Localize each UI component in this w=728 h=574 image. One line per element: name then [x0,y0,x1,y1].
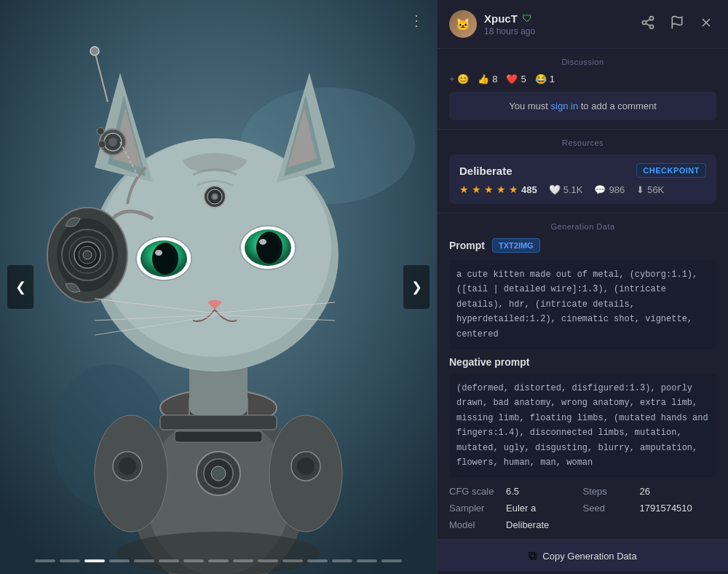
cfg-scale-key: CFG scale [449,486,500,497]
svg-point-52 [155,250,162,256]
params-grid: CFG scale 6.5 Steps 26 Sampler Euler a S… [449,486,716,530]
cfg-scale-val: 6.5 [506,486,519,497]
svg-point-51 [153,244,175,273]
prompt-row: Prompt TXT2IMG [449,238,716,253]
dot-14[interactable] [357,559,377,562]
reaction-heart[interactable]: ❤️ 5 [506,74,526,84]
username: XpucT [484,12,518,25]
neg-prompt-label: Negative prompt [449,356,716,368]
svg-line-72 [646,19,650,21]
downloads-stat: ⬇ 56K [636,184,664,195]
svg-point-70 [650,25,654,28]
resource-stats: ★ ★ ★ ★ ★ 485 🤍 5.1K 💬 986 ⬇ 56K [459,184,706,195]
svg-point-35 [98,141,106,148]
checkpoint-badge: CHECKPOINT [636,163,706,178]
star-3: ★ [484,184,494,195]
share-button[interactable] [638,12,658,36]
svg-rect-65 [160,415,277,430]
resource-card: Deliberate CHECKPOINT ★ ★ ★ ★ ★ 485 🤍 5.… [449,154,716,204]
thumbs-count: 8 [492,74,497,84]
pagination-dots [35,559,402,562]
generation-section: Generation Data Prompt TXT2IMG a cute ki… [438,213,728,540]
dot-2[interactable] [60,559,80,562]
dot-1[interactable] [35,559,55,562]
downloads-count: 56K [647,184,664,195]
svg-point-7 [211,466,226,481]
sign-in-link[interactable]: sign in [551,101,579,111]
dot-9[interactable] [233,559,253,562]
star-5: ★ [509,184,518,195]
watermark: Yuucn.com [438,571,728,574]
resource-name[interactable]: Deliberate [459,165,513,177]
svg-point-16 [119,457,136,475]
svg-line-71 [646,23,650,25]
svg-point-37 [90,47,99,55]
prompt-text: a cute kitten made out of metal, (cyborg… [449,260,716,349]
reaction-thumbs[interactable]: 👍 8 [478,74,497,84]
comments-stat: 💬 986 [594,184,625,195]
star-4: ★ [496,184,506,195]
reaction-laugh[interactable]: 😂 1 [535,74,555,84]
sampler-val: Euler a [506,503,536,514]
laugh-count: 1 [550,74,555,84]
next-image-button[interactable]: ❯ [403,265,430,309]
dot-6[interactable] [159,559,179,562]
star-1: ★ [459,184,469,195]
copy-icon: ⧉ [529,549,537,562]
star-2: ★ [472,184,481,195]
reactions-row: + 😊 👍 8 ❤️ 5 😂 1 [449,74,716,84]
steps-val: 26 [640,486,650,497]
dots-menu-button[interactable]: ⋮ [409,12,425,29]
cfg-scale-row: CFG scale 6.5 [449,486,583,497]
svg-point-33 [108,138,117,146]
dot-13[interactable] [332,559,352,562]
likes-stat: 🤍 5.1K [549,184,583,195]
svg-point-58 [259,239,266,245]
user-info: XpucT 🛡 18 hours ago [484,12,638,36]
time-ago: 18 hours ago [484,26,638,36]
close-button[interactable] [696,12,716,36]
dot-10[interactable] [258,559,278,562]
right-panel: 🐱 XpucT 🛡 18 hours ago [437,0,728,574]
svg-point-47 [83,251,92,259]
model-row: Model Deliberate [449,519,583,530]
image-container [0,0,437,574]
generation-label: Generation Data [449,222,716,231]
username-row: XpucT 🛡 [484,12,638,25]
sign-in-suffix: to add a comment [581,101,657,111]
svg-point-18 [297,457,314,475]
dot-8[interactable] [208,559,229,562]
svg-point-34 [97,127,104,135]
dot-5[interactable] [134,559,154,562]
cat-image [0,0,437,574]
resources-section: Resources Deliberate CHECKPOINT ★ ★ ★ ★ … [438,130,728,213]
header-actions [638,12,716,36]
sign-in-bar: You must sign in to add a comment [449,92,716,120]
sampler-row: Sampler Euler a [449,503,583,514]
verified-icon: 🛡 [522,12,532,24]
copy-label: Copy Generation Data [542,551,636,562]
dot-12[interactable] [307,559,328,562]
add-reaction-button[interactable]: + 😊 [449,74,469,84]
neg-prompt-text: (deformed, distorted, disfigured:1.3), p… [449,374,716,477]
svg-point-27 [213,194,217,199]
dot-4[interactable] [109,559,130,562]
sampler-key: Sampler [449,503,500,514]
dot-11[interactable] [282,559,303,562]
resource-header: Deliberate CHECKPOINT [459,163,706,178]
svg-point-67 [116,532,320,574]
seed-row: Seed 1791574510 [583,503,717,514]
copy-generation-button[interactable]: ⧉ Copy Generation Data [438,540,728,571]
prev-image-button[interactable]: ❮ [7,265,33,309]
heart-count: 5 [521,74,526,84]
dot-15[interactable] [381,559,402,562]
dot-3[interactable] [84,559,105,562]
comments-count: 986 [609,184,625,195]
dot-7[interactable] [183,559,204,562]
model-key: Model [449,519,500,530]
flag-button[interactable] [667,12,687,36]
rating-count: 485 [521,184,537,195]
steps-key: Steps [583,486,634,497]
discussion-section: Discussion + 😊 👍 8 ❤️ 5 😂 1 You must sig… [438,49,728,130]
seed-val: 1791574510 [640,503,692,514]
